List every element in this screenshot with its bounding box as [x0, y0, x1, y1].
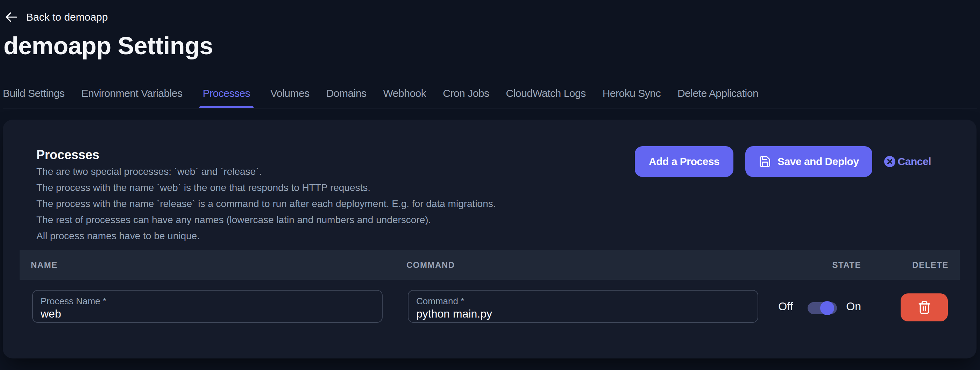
tab-processes[interactable]: Processes — [199, 87, 254, 108]
page-title: demoapp Settings — [3, 33, 977, 58]
description-line: The rest of processes can have any names… — [37, 212, 496, 228]
description-line: All process names have to be unique. — [37, 228, 496, 244]
tab-build-settings[interactable]: Build Settings — [3, 87, 64, 108]
back-link-label: Back to demoapp — [26, 11, 108, 24]
process-name-cell: Process Name * — [19, 290, 395, 323]
state-toggle[interactable] — [808, 302, 837, 314]
card-head-text: Processes The are two special processes:… — [37, 146, 496, 244]
tab-delete-application[interactable]: Delete Application — [678, 87, 758, 108]
delete-cell — [872, 291, 960, 321]
back-arrow-icon — [6, 12, 17, 22]
column-header-delete: DELETE — [872, 260, 960, 270]
save-and-deploy-button[interactable]: Save and Deploy — [745, 146, 872, 177]
process-name-input[interactable] — [41, 307, 374, 320]
tab-webhook[interactable]: Webhook — [383, 87, 426, 108]
processes-card: Processes The are two special processes:… — [3, 120, 977, 359]
section-description: The are two special processes: `web` and… — [37, 164, 496, 244]
description-line: The process with the name `release` is a… — [37, 196, 496, 212]
process-row: Process Name * Command * Off — [19, 290, 960, 323]
state-off-label: Off — [778, 300, 793, 313]
back-link[interactable]: Back to demoapp — [6, 11, 108, 24]
add-process-button[interactable]: Add a Process — [635, 146, 733, 177]
circle-x-icon — [884, 156, 896, 167]
tab-environment-variables[interactable]: Environment Variables — [81, 87, 182, 108]
save-icon — [759, 155, 771, 168]
tab-volumes[interactable]: Volumes — [270, 87, 310, 108]
column-header-state: STATE — [771, 260, 872, 270]
command-cell: Command * — [395, 290, 771, 323]
tab-heroku-sync[interactable]: Heroku Sync — [603, 87, 661, 108]
process-name-label: Process Name * — [41, 296, 374, 306]
command-input[interactable] — [416, 307, 750, 320]
description-line: The are two special processes: `web` and… — [37, 164, 496, 180]
state-cell: Off On — [771, 299, 872, 314]
command-label: Command * — [416, 296, 750, 306]
tab-domains[interactable]: Domains — [326, 87, 366, 108]
state-toggle-knob — [820, 301, 834, 315]
add-process-button-label: Add a Process — [649, 156, 719, 168]
tab-cron-jobs[interactable]: Cron Jobs — [443, 87, 489, 108]
cancel-button[interactable]: Cancel — [884, 156, 931, 168]
column-header-command: COMMAND — [395, 260, 771, 270]
cancel-button-label: Cancel — [898, 156, 931, 168]
process-table: NAME COMMAND STATE DELETE Process Name *… — [19, 250, 960, 323]
trash-icon — [917, 300, 931, 315]
state-on-label: On — [846, 300, 861, 313]
process-name-field: Process Name * — [32, 290, 383, 323]
column-header-name: NAME — [19, 260, 395, 270]
page: Back to demoapp demoapp Settings Build S… — [0, 0, 980, 370]
tab-cloudwatch-logs[interactable]: CloudWatch Logs — [506, 87, 586, 108]
card-head: Processes The are two special processes:… — [3, 120, 977, 244]
command-field: Command * — [408, 290, 758, 323]
description-line: The process with the name `web` is the o… — [37, 180, 496, 196]
table-header-row: NAME COMMAND STATE DELETE — [19, 250, 960, 280]
save-and-deploy-button-label: Save and Deploy — [778, 156, 859, 168]
card-actions: Add a Process Save and Deploy Cance — [635, 146, 960, 177]
delete-process-button[interactable] — [900, 294, 948, 321]
tab-bar: Build Settings Environment Variables Pro… — [3, 87, 977, 108]
section-title: Processes — [37, 148, 496, 162]
